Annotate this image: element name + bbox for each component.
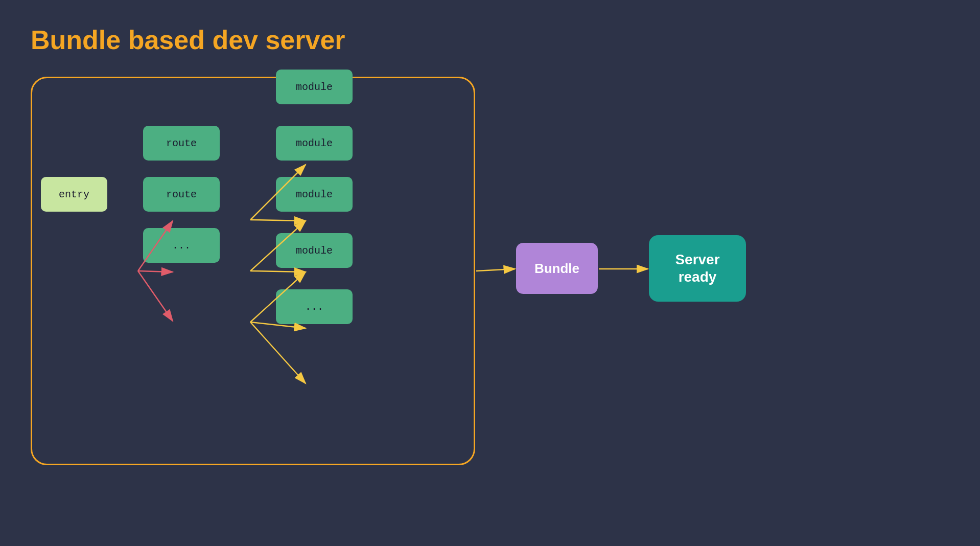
node-dots2: ... (276, 289, 353, 324)
node-module3: module (276, 177, 353, 212)
node-module2: module (276, 126, 353, 161)
node-module1: module (276, 70, 353, 104)
node-dots1: ... (143, 228, 220, 263)
node-route1: route (143, 126, 220, 161)
bundle-box (31, 77, 475, 465)
node-entry: entry (41, 177, 107, 212)
node-route2: route (143, 177, 220, 212)
node-module4: module (276, 233, 353, 268)
node-server-ready: Serverready (649, 235, 746, 302)
node-bundle: Bundle (516, 243, 598, 294)
svg-line-12 (476, 269, 515, 271)
page-title: Bundle based dev server (31, 25, 345, 55)
